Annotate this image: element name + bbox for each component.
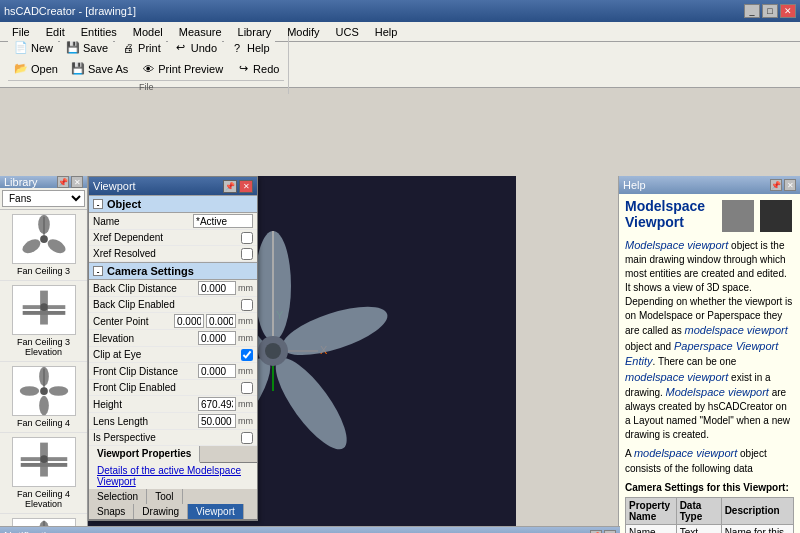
subtab-viewport[interactable]: Viewport	[188, 504, 244, 519]
toolbar: 📄 New 💾 Save 🖨 Print ↩ Undo ? Help 📂	[0, 42, 800, 88]
list-item[interactable]: Fan Ceiling 4	[0, 362, 87, 433]
undo-button[interactable]: ↩ Undo	[168, 38, 222, 58]
app-title: hsCADCreator - [drawing1]	[4, 5, 136, 17]
prop-desc: Name for this viewport object.	[721, 524, 793, 533]
save-as-icon: 💾	[70, 61, 86, 77]
library-pin-button[interactable]: 📌	[57, 176, 69, 188]
print-icon: 🖨	[120, 40, 136, 56]
notification-titlebar: Notification 📌 ✕	[0, 527, 620, 533]
is-perspective-row: Is Perspective	[89, 430, 257, 446]
front-clip-dist-row: Front Clip Distance mm	[89, 363, 257, 380]
help-pin-button[interactable]: 📌	[770, 179, 782, 191]
close-button[interactable]: ✕	[780, 4, 796, 18]
elevation-row: Elevation mm	[89, 330, 257, 347]
list-item[interactable]: Fan Ceiling 3	[0, 210, 87, 281]
center-point-row: Center Point mm	[89, 313, 257, 330]
svg-point-12	[39, 396, 49, 415]
library-panel: Library 📌 ✕ Fans Fan Ceiling	[0, 176, 88, 526]
back-clip-en-checkbox[interactable]	[241, 299, 253, 311]
save-button[interactable]: 💾 Save	[60, 38, 113, 58]
camera-section-toggle[interactable]: -	[93, 266, 103, 276]
help-panel: Help 📌 ✕ Modelspace Viewport Modelspace …	[618, 176, 800, 533]
xref-dep-checkbox[interactable]	[241, 232, 253, 244]
library-panel-controls: 📌 ✕	[57, 176, 83, 188]
subtab-drawing[interactable]: Drawing	[134, 504, 188, 519]
main-area: Library 📌 ✕ Fans Fan Ceiling	[0, 176, 800, 533]
svg-point-18	[40, 455, 48, 463]
viewport-subtabs: Selection Tool	[89, 489, 257, 505]
center-y-input[interactable]	[206, 314, 236, 328]
list-item[interactable]: Fan Ceiling 3 Elevation	[0, 281, 87, 362]
viewport-dialog-close[interactable]: ✕	[239, 180, 253, 193]
elevation-input[interactable]	[198, 331, 236, 345]
undo-icon: ↩	[173, 40, 189, 56]
menu-help[interactable]: Help	[367, 24, 406, 40]
svg-point-3	[20, 236, 43, 256]
minimize-button[interactable]: _	[744, 4, 760, 18]
prop-type: Text	[676, 524, 721, 533]
help-heading: Modelspace Viewport	[625, 198, 716, 230]
new-icon: 📄	[13, 40, 29, 56]
svg-rect-17	[20, 463, 67, 467]
fan-ceiling-4-elev-icon	[13, 437, 75, 487]
back-clip-dist-input[interactable]	[198, 281, 236, 295]
center-x-input[interactable]	[174, 314, 204, 328]
object-section-header: - Object	[89, 195, 257, 213]
viewport-subtabs-2: Snaps Drawing Viewport	[89, 504, 257, 520]
front-clip-en-checkbox[interactable]	[241, 382, 253, 394]
help-col-description: Description	[721, 497, 793, 524]
save-as-button[interactable]: 💾 Save As	[65, 59, 133, 79]
notification-area: Notification 📌 ✕ Command: SPACE_RESET_TO…	[0, 526, 620, 533]
xref-dep-row: Xref Dependent	[89, 230, 257, 246]
fan-ceiling-3-elev-label: Fan Ceiling 3 Elevation	[2, 337, 85, 357]
help-table: Property Name Data Type Description Name…	[625, 497, 794, 533]
open-button[interactable]: 📂 Open	[8, 59, 63, 79]
is-perspective-checkbox[interactable]	[241, 432, 253, 444]
tab-viewport-properties[interactable]: Viewport Properties	[89, 446, 200, 463]
viewport-dialog: Viewport 📌 ✕ - Object Name Xref Dependen…	[88, 176, 258, 521]
library-close-button[interactable]: ✕	[71, 176, 83, 188]
subtab-snaps[interactable]: Snaps	[89, 504, 134, 519]
help-icon: ?	[229, 40, 245, 56]
fan-ceiling-3-icon	[13, 214, 75, 264]
fan-ceiling-3-elev-icon	[13, 285, 75, 335]
menu-ucs[interactable]: UCS	[328, 24, 367, 40]
fan-ceiling-4-elev-label: Fan Ceiling 4 Elevation	[2, 489, 85, 509]
print-button[interactable]: 🖨 Print	[115, 38, 166, 58]
library-header: Fans	[0, 188, 87, 210]
viewport-dialog-pin[interactable]: 📌	[223, 180, 237, 193]
fan-ceiling-3-elev-thumb	[12, 285, 76, 335]
subtab-tool[interactable]: Tool	[147, 489, 182, 504]
viewport-dialog-titlebar: Viewport 📌 ✕	[89, 177, 257, 195]
table-row: Name Text Name for this viewport object.	[626, 524, 794, 533]
object-section-toggle[interactable]: -	[93, 199, 103, 209]
clip-at-eye-checkbox[interactable]	[241, 349, 253, 361]
help-icon-light	[722, 200, 754, 232]
library-category-dropdown[interactable]: Fans	[2, 190, 85, 207]
redo-button[interactable]: ↪ Redo	[230, 59, 284, 79]
maximize-button[interactable]: □	[762, 4, 778, 18]
help-close-button[interactable]: ✕	[784, 179, 796, 191]
viewport-dialog-title: Viewport	[93, 180, 136, 192]
new-button[interactable]: 📄 New	[8, 38, 58, 58]
toolbar-file-group: 📄 New 💾 Save 🖨 Print ↩ Undo ? Help 📂	[4, 36, 289, 94]
save-icon: 💾	[65, 40, 81, 56]
xref-res-row: Xref Resolved	[89, 246, 257, 262]
xref-res-checkbox[interactable]	[241, 248, 253, 260]
fan-ceiling-4-thumb	[12, 366, 76, 416]
lens-length-input[interactable]	[198, 414, 236, 428]
help-button[interactable]: ? Help	[224, 38, 275, 58]
front-clip-dist-input[interactable]	[198, 364, 236, 378]
fan-ceiling-4-icon	[13, 366, 75, 416]
help-content: Modelspace Viewport Modelspace viewport …	[619, 194, 800, 533]
title-bar: hsCADCreator - [drawing1] _ □ ✕	[0, 0, 800, 22]
help-camera-header: Camera Settings for this Viewport:	[625, 482, 794, 493]
name-input[interactable]	[193, 214, 253, 228]
active-modelspace-link[interactable]: Details of the active Modelspace Viewpor…	[89, 463, 257, 489]
height-input[interactable]	[198, 397, 236, 411]
subtab-selection[interactable]: Selection	[89, 489, 147, 504]
list-item[interactable]: Fan Ceiling 4 Elevation	[0, 433, 87, 514]
print-preview-button[interactable]: 👁 Print Preview	[135, 59, 228, 79]
fan-ceiling-4-elev-thumb	[12, 437, 76, 487]
lens-length-row: Lens Length mm	[89, 413, 257, 430]
